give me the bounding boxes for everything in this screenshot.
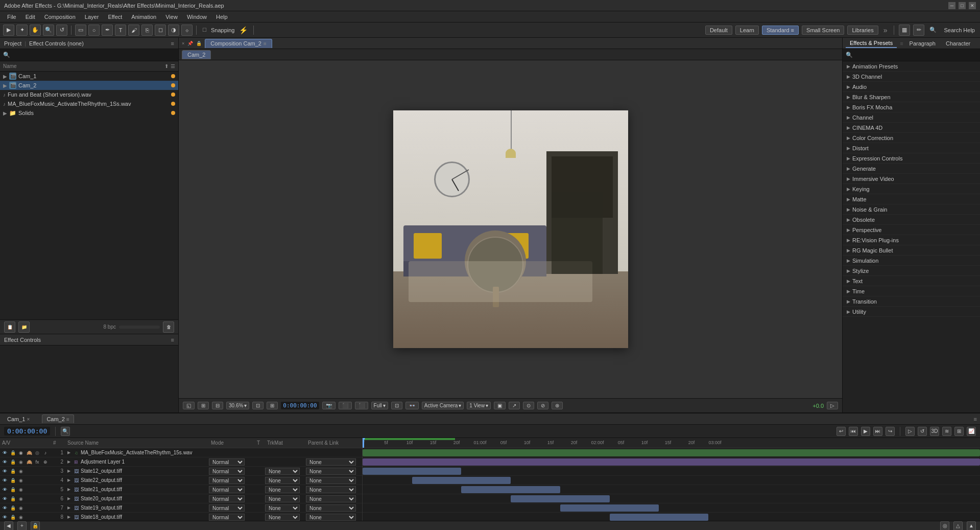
effect-cat-audio[interactable]: ▶ Audio bbox=[843, 82, 980, 92]
delete-item-btn[interactable]: 🗑 bbox=[163, 321, 174, 333]
workspace-libraries[interactable]: Libraries bbox=[847, 26, 878, 35]
lr-lock-6[interactable]: 🔒 bbox=[9, 495, 16, 502]
layer-row-3[interactable]: 👁 🔒 ◉ 3 ▶ 🖼 State12_output.tiff Normal bbox=[0, 467, 362, 476]
layer-row-8[interactable]: 👁 🔒 ◉ 8 ▶ 🖼 State18_output.tiff Normal N… bbox=[0, 513, 362, 521]
tl-frame-blend-btn[interactable]: ⊞ bbox=[954, 427, 964, 436]
tool-brush[interactable]: 🖌 bbox=[128, 25, 139, 36]
lr-lock-3[interactable]: 🔒 bbox=[9, 468, 16, 475]
lr-mode-select-2[interactable]: Normal bbox=[209, 458, 245, 466]
zoom-dropdown[interactable]: 30.6% ▾ bbox=[226, 402, 249, 409]
lr-trkmat-select-7[interactable]: None bbox=[265, 504, 300, 512]
lr-parent-select-4[interactable]: None bbox=[306, 477, 356, 484]
timeline-panel-menu[interactable]: ≡ bbox=[974, 416, 977, 422]
lr-shy-1[interactable]: 🙈 bbox=[26, 449, 33, 456]
lr-expand-5[interactable]: ▶ bbox=[65, 487, 73, 492]
comp-tab-close-icon[interactable]: × bbox=[182, 41, 184, 46]
tool-rect-mask[interactable]: ▭ bbox=[75, 25, 86, 36]
workspace-default[interactable]: Default bbox=[705, 26, 732, 35]
effect-controls-menu[interactable]: ≡ bbox=[171, 337, 174, 343]
tool-pen-mask[interactable]: ✒ bbox=[102, 25, 113, 36]
lr-solo-3[interactable]: ◉ bbox=[17, 468, 25, 475]
effect-cat-revision[interactable]: ▶ RE:Vision Plug-ins bbox=[843, 235, 980, 245]
effect-cat-immersive-video[interactable]: ▶ Immersive Video bbox=[843, 174, 980, 184]
lr-mode-select-7[interactable]: Normal bbox=[209, 504, 245, 512]
toggle-transparency-btn[interactable]: ⊘ bbox=[537, 402, 548, 409]
effect-cat-text[interactable]: ▶ Text bbox=[843, 276, 980, 286]
tl-draft-3d-btn[interactable]: 3D bbox=[930, 427, 939, 436]
track-bar-3[interactable] bbox=[363, 468, 461, 475]
lr-parent-select-8[interactable]: None bbox=[306, 514, 356, 521]
view-options-btn[interactable]: ⊛ bbox=[552, 402, 563, 409]
always-preview-btn[interactable]: ◱ bbox=[183, 402, 195, 409]
lr-mode-select-4[interactable]: Normal bbox=[209, 477, 245, 484]
effect-cat-expression-controls[interactable]: ▶ Expression Controls bbox=[843, 153, 980, 164]
lr-lock-4[interactable]: 🔒 bbox=[9, 477, 16, 484]
effect-cat-rg-magic[interactable]: ▶ RG Magic Bullet bbox=[843, 245, 980, 256]
comp-subtab-cam2[interactable]: Cam_2 bbox=[182, 50, 211, 59]
tool-eraser[interactable]: ◻ bbox=[155, 25, 166, 36]
lr-adj-2[interactable]: ⊕ bbox=[42, 458, 49, 466]
effect-cat-simulation[interactable]: ▶ Simulation bbox=[843, 256, 980, 266]
project-item-cam1[interactable]: ▶ 🎬 Cam_1 bbox=[0, 72, 178, 81]
lr-lock-1[interactable]: 🔒 bbox=[9, 449, 16, 456]
tool-clone[interactable]: ⎘ bbox=[141, 25, 153, 36]
lr-eye-7[interactable]: 👁 bbox=[1, 504, 8, 512]
menu-view[interactable]: View bbox=[161, 13, 182, 21]
lr-solo-6[interactable]: ◉ bbox=[17, 495, 25, 502]
effect-cat-stylize[interactable]: ▶ Stylize bbox=[843, 266, 980, 276]
tl-home-btn[interactable]: ↩ bbox=[836, 427, 846, 436]
layer-row-6[interactable]: 👁 🔒 ◉ 6 ▶ 🖼 State20_output.tiff Normal N… bbox=[0, 494, 362, 503]
lr-trkmat-select-5[interactable]: None bbox=[265, 486, 300, 493]
menu-help[interactable]: Help bbox=[212, 13, 232, 21]
tl-graph-editor-btn[interactable]: 📈 bbox=[967, 427, 976, 436]
comp-tab-composition[interactable]: Composition Cam_2 ≡ bbox=[205, 39, 272, 48]
new-folder-btn[interactable]: 📁 bbox=[18, 321, 30, 333]
track-bar-4[interactable] bbox=[412, 477, 511, 484]
tl-tab-cam2[interactable]: Cam_2 ≡ bbox=[42, 414, 74, 423]
effect-cat-keying[interactable]: ▶ Keying bbox=[843, 184, 980, 194]
pixel-aspect-btn[interactable]: ⊞ bbox=[267, 402, 278, 409]
menu-effect[interactable]: Effect bbox=[104, 13, 126, 21]
effect-cat-transition[interactable]: ▶ Transition bbox=[843, 296, 980, 307]
playhead-line[interactable] bbox=[363, 438, 364, 448]
comp-flowchart-btn[interactable]: ↗ bbox=[509, 402, 520, 409]
tl-play-btn[interactable]: ▶ bbox=[861, 427, 870, 436]
layer-row-5[interactable]: 👁 🔒 ◉ 5 ▶ 🖼 State21_output.tiff Normal N… bbox=[0, 485, 362, 494]
lr-expand-7[interactable]: ▶ bbox=[65, 505, 73, 510]
tool-pen[interactable]: ✦ bbox=[16, 25, 28, 36]
lr-parent-select-7[interactable]: None bbox=[306, 504, 356, 512]
lr-eye-1[interactable]: 👁 bbox=[1, 449, 8, 456]
timeline-current-time[interactable]: 0:00:00:00 bbox=[4, 427, 50, 435]
effect-cat-noise-grain[interactable]: ▶ Noise & Grain bbox=[843, 204, 980, 215]
menu-window[interactable]: Window bbox=[183, 13, 211, 21]
tl-ram-preview-btn[interactable]: ▷ bbox=[905, 427, 915, 436]
lr-expand-2[interactable]: ▶ bbox=[65, 459, 73, 464]
effect-cat-time[interactable]: ▶ Time bbox=[843, 286, 980, 296]
time-display[interactable]: 0:00:00:00 bbox=[281, 402, 319, 409]
lr-eye-6[interactable]: 👁 bbox=[1, 495, 8, 502]
lr-solo-5[interactable]: ◉ bbox=[17, 486, 25, 493]
lr-solo-1[interactable]: ◉ bbox=[17, 449, 25, 456]
lr-parent-select-6[interactable]: None bbox=[306, 495, 356, 502]
effect-cat-matte[interactable]: ▶ Matte bbox=[843, 194, 980, 204]
tl-motion-blur-btn[interactable]: ≋ bbox=[942, 427, 951, 436]
transparency-btn[interactable]: ⊟ bbox=[212, 402, 223, 409]
layer-row-1[interactable]: 👁 🔒 ◉ 🙈 ◎ ♪ 1 ▶ ♫ MA_BlueFoxMusic_Activa… bbox=[0, 448, 362, 457]
tl-loop-btn[interactable]: ↺ bbox=[918, 427, 927, 436]
lr-eye-8[interactable]: 👁 bbox=[1, 514, 8, 521]
camera-dropdown[interactable]: Active Camera ▾ bbox=[422, 402, 464, 409]
workspace-edit-btn[interactable]: ✏ bbox=[913, 25, 924, 36]
lr-solo-4[interactable]: ◉ bbox=[17, 477, 25, 484]
tool-puppet[interactable]: ⟐ bbox=[181, 25, 193, 36]
lr-lock-8[interactable]: 🔒 bbox=[9, 514, 16, 521]
lr-eye-3[interactable]: 👁 bbox=[1, 468, 8, 475]
lr-parent-select-2[interactable]: None bbox=[306, 458, 356, 466]
track-bar-7[interactable] bbox=[560, 504, 659, 512]
workspace-standard[interactable]: Standard ≡ bbox=[762, 26, 799, 35]
lr-trkmat-select-6[interactable]: None bbox=[265, 495, 300, 502]
lr-lock-7[interactable]: 🔒 bbox=[9, 504, 16, 512]
paragraph-tab[interactable]: Paragraph bbox=[905, 39, 940, 48]
effect-cat-boris-fx[interactable]: ▶ Boris FX Mocha bbox=[843, 102, 980, 112]
tool-rotate[interactable]: ↺ bbox=[56, 25, 67, 36]
project-item-cam2[interactable]: ▶ 🎬 Cam_2 bbox=[0, 81, 178, 90]
